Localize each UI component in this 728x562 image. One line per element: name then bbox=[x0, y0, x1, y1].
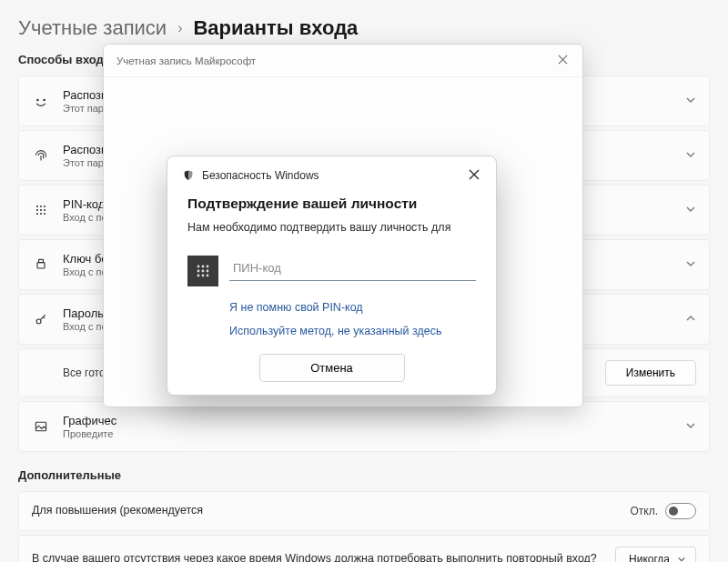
reauth-select[interactable]: Никогда bbox=[615, 547, 696, 562]
key-icon bbox=[32, 310, 50, 328]
svg-point-21 bbox=[197, 275, 200, 277]
svg-point-7 bbox=[44, 209, 46, 211]
dialog-heading: Подтверждение вашей личности bbox=[187, 196, 476, 212]
toggle-state-label: Откл. bbox=[630, 505, 658, 517]
breadcrumb-parent[interactable]: Учетные записи bbox=[18, 16, 167, 40]
svg-point-4 bbox=[44, 206, 46, 207]
svg-point-22 bbox=[202, 275, 205, 277]
svg-point-8 bbox=[36, 213, 38, 215]
signin-option-picture-password[interactable]: Графичес Проведите bbox=[18, 401, 710, 452]
svg-point-6 bbox=[40, 209, 42, 211]
fingerprint-icon bbox=[32, 146, 50, 165]
chevron-down-icon bbox=[677, 555, 686, 562]
svg-point-19 bbox=[202, 270, 205, 273]
picture-icon bbox=[32, 417, 50, 436]
chevron-down-icon bbox=[685, 420, 696, 434]
svg-point-23 bbox=[207, 275, 209, 277]
select-value: Никогда bbox=[629, 553, 670, 562]
close-button[interactable] bbox=[552, 52, 573, 69]
svg-point-20 bbox=[207, 270, 209, 273]
option-title: Графичес bbox=[63, 414, 672, 427]
option-desc: Проведите bbox=[63, 428, 672, 439]
svg-point-13 bbox=[36, 319, 41, 324]
svg-point-1 bbox=[43, 99, 46, 102]
page-title: Варианты входа bbox=[193, 16, 358, 40]
chevron-up-icon bbox=[685, 313, 696, 326]
change-password-button[interactable]: Изменить bbox=[605, 360, 696, 386]
windows-security-dialog: Безопасность Windows Подтверждение вашей… bbox=[167, 156, 497, 396]
chevron-down-icon bbox=[685, 204, 696, 217]
chevron-down-icon bbox=[685, 258, 696, 272]
svg-point-10 bbox=[44, 213, 46, 215]
svg-rect-12 bbox=[39, 259, 44, 262]
svg-point-18 bbox=[197, 270, 200, 273]
chevron-right-icon: › bbox=[177, 20, 182, 36]
svg-point-16 bbox=[202, 266, 205, 268]
section-title-additional: Дополнительные bbox=[0, 465, 728, 491]
svg-point-2 bbox=[36, 206, 38, 207]
breadcrumb: Учетные записи › Варианты входа bbox=[0, 0, 728, 49]
cancel-button[interactable]: Отмена bbox=[259, 354, 405, 382]
chevron-down-icon bbox=[685, 149, 696, 163]
hello-only-toggle[interactable] bbox=[665, 503, 696, 519]
setting-label: Для повышения (рекомендуется bbox=[32, 503, 617, 519]
svg-rect-11 bbox=[37, 263, 45, 268]
forgot-pin-link[interactable]: Я не помню свой PIN-код bbox=[229, 301, 476, 314]
close-button[interactable] bbox=[463, 166, 485, 185]
svg-point-17 bbox=[207, 266, 209, 268]
svg-point-0 bbox=[36, 99, 39, 102]
keypad-icon bbox=[32, 201, 50, 219]
svg-point-9 bbox=[40, 213, 42, 215]
dialog-message: Нам необходимо подтвердить вашу личность… bbox=[187, 221, 476, 234]
usb-key-icon bbox=[32, 256, 50, 274]
other-method-link[interactable]: Используйте метод, не указанный здесь bbox=[229, 325, 476, 337]
setting-label: В случае вашего отсутствия через какое в… bbox=[32, 551, 602, 562]
face-icon bbox=[32, 92, 50, 110]
svg-point-15 bbox=[197, 266, 200, 268]
setting-reauth-timeout: В случае вашего отсутствия через какое в… bbox=[18, 535, 710, 562]
shield-icon bbox=[182, 169, 195, 182]
svg-point-5 bbox=[36, 209, 38, 211]
setting-hello-only: Для повышения (рекомендуется Откл. bbox=[18, 491, 710, 531]
dialog-title: Безопасность Windows bbox=[202, 169, 456, 182]
svg-point-3 bbox=[40, 206, 42, 207]
chevron-down-icon bbox=[685, 95, 696, 108]
dialog-title: Учетная запись Майкрософт bbox=[116, 55, 552, 66]
keypad-icon bbox=[187, 256, 218, 286]
pin-input[interactable] bbox=[229, 256, 476, 281]
